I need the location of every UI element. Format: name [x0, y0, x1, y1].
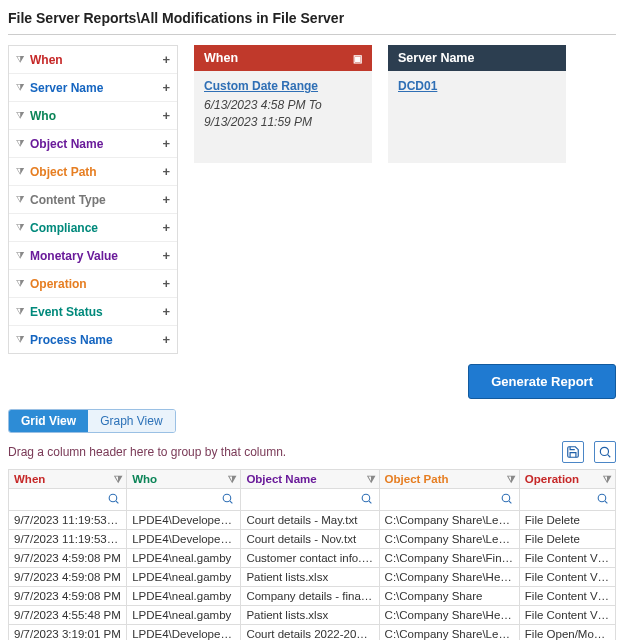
- cell-when: 9/7/2023 4:59:08 PM: [9, 549, 127, 568]
- cell-who: LPDE4\neal.gamby: [127, 549, 241, 568]
- cell-who: LPDE4\neal.gamby: [127, 568, 241, 587]
- filter-row-when[interactable]: ⧩When+: [9, 46, 177, 74]
- column-filter-icon[interactable]: ⧩: [367, 474, 375, 486]
- filter-row-compliance[interactable]: ⧩Compliance+: [9, 214, 177, 242]
- table-row[interactable]: 9/7/2023 3:19:01 PMLPDE4\Developer-ExtCo…: [9, 625, 616, 641]
- group-hint: Drag a column header here to group by th…: [8, 445, 286, 459]
- card-server: Server Name DCD01: [388, 45, 566, 354]
- filter-icon: ⧩: [16, 110, 24, 122]
- column-search-cell[interactable]: [379, 489, 519, 511]
- tab-graph-view[interactable]: Graph View: [88, 410, 174, 432]
- when-range-link[interactable]: Custom Date Range: [204, 79, 362, 93]
- filter-row-monetary-value[interactable]: ⧩Monetary Value+: [9, 242, 177, 270]
- filter-icon: ⧩: [16, 138, 24, 150]
- expand-icon[interactable]: ▣: [353, 53, 362, 64]
- svg-point-4: [224, 494, 232, 502]
- filter-icon: ⧩: [16, 222, 24, 234]
- table-row[interactable]: 9/7/2023 4:59:08 PMLPDE4\neal.gambyCusto…: [9, 549, 616, 568]
- tab-grid-view[interactable]: Grid View: [9, 410, 88, 432]
- card-server-header: Server Name: [388, 45, 566, 71]
- filter-icon: ⧩: [16, 334, 24, 346]
- card-server-title: Server Name: [398, 51, 474, 65]
- card-when-title: When: [204, 51, 238, 65]
- column-header-operation[interactable]: Operation⧩: [519, 470, 615, 489]
- column-filter-icon[interactable]: ⧩: [114, 474, 122, 486]
- card-when-header: When ▣: [194, 45, 372, 71]
- svg-point-2: [109, 494, 117, 502]
- filter-label: Compliance: [30, 221, 98, 235]
- filter-row-object-name[interactable]: ⧩Object Name+: [9, 130, 177, 158]
- search-icon[interactable]: [594, 441, 616, 463]
- svg-line-1: [608, 455, 611, 458]
- generate-report-button[interactable]: Generate Report: [468, 364, 616, 399]
- column-search-cell[interactable]: [127, 489, 241, 511]
- plus-icon: +: [162, 164, 170, 179]
- cell-op: File Open/Modify: [519, 625, 615, 641]
- column-header-who[interactable]: Who⧩: [127, 470, 241, 489]
- filter-icon: ⧩: [16, 278, 24, 290]
- filter-label: Operation: [30, 277, 87, 291]
- table-row[interactable]: 9/7/2023 4:59:08 PMLPDE4\neal.gambyCompa…: [9, 587, 616, 606]
- filter-label: Object Path: [30, 165, 97, 179]
- cell-op: File Content View: [519, 568, 615, 587]
- filter-icon: ⧩: [16, 82, 24, 94]
- svg-point-0: [600, 447, 608, 455]
- filter-row-operation[interactable]: ⧩Operation+: [9, 270, 177, 298]
- cell-op: File Delete: [519, 530, 615, 549]
- column-search-cell[interactable]: [9, 489, 127, 511]
- filter-row-content-type[interactable]: ⧩Content Type+: [9, 186, 177, 214]
- plus-icon: +: [162, 80, 170, 95]
- cell-obj: Company details - final versi: [241, 587, 379, 606]
- svg-point-8: [502, 494, 510, 502]
- cell-when: 9/7/2023 4:55:48 PM: [9, 606, 127, 625]
- cell-when: 9/7/2023 11:19:53 PM: [9, 511, 127, 530]
- filter-label: When: [30, 53, 63, 67]
- plus-icon: +: [162, 108, 170, 123]
- grid-search-row: [9, 489, 616, 511]
- svg-point-10: [598, 494, 606, 502]
- table-row[interactable]: 9/7/2023 4:59:08 PMLPDE4\neal.gambyPatie…: [9, 568, 616, 587]
- cell-path: C:\Company Share\Legal\C...: [379, 511, 519, 530]
- column-label: Operation: [525, 473, 579, 485]
- plus-icon: +: [162, 276, 170, 291]
- column-search-cell[interactable]: [519, 489, 615, 511]
- cell-path: C:\Company Share\Legal\C...: [379, 625, 519, 641]
- filter-panel: ⧩When+⧩Server Name+⧩Who+⧩Object Name+⧩Ob…: [8, 45, 178, 354]
- column-filter-icon[interactable]: ⧩: [507, 474, 515, 486]
- cell-path: C:\Company Share: [379, 587, 519, 606]
- column-header-object-name[interactable]: Object Name⧩: [241, 470, 379, 489]
- svg-line-5: [230, 501, 232, 503]
- cell-op: File Content View: [519, 549, 615, 568]
- filter-icon: ⧩: [16, 166, 24, 178]
- table-row[interactable]: 9/7/2023 4:55:48 PMLPDE4\neal.gambyPatie…: [9, 606, 616, 625]
- column-filter-icon[interactable]: ⧩: [228, 474, 236, 486]
- filter-row-object-path[interactable]: ⧩Object Path+: [9, 158, 177, 186]
- column-header-object-path[interactable]: Object Path⧩: [379, 470, 519, 489]
- table-row[interactable]: 9/7/2023 11:19:53 PMLPDE4\Developer-ExtC…: [9, 530, 616, 549]
- cell-who: LPDE4\neal.gamby: [127, 606, 241, 625]
- cell-path: C:\Company Share\Healthc...: [379, 568, 519, 587]
- filter-row-process-name[interactable]: ⧩Process Name+: [9, 326, 177, 353]
- filter-icon: ⧩: [16, 194, 24, 206]
- cell-obj: Court details - Nov.txt: [241, 530, 379, 549]
- server-name-link[interactable]: DCD01: [398, 79, 556, 93]
- view-tabs: Grid View Graph View: [8, 409, 176, 433]
- svg-point-6: [362, 494, 370, 502]
- filter-row-server-name[interactable]: ⧩Server Name+: [9, 74, 177, 102]
- cell-op: File Content View: [519, 606, 615, 625]
- column-header-when[interactable]: When⧩: [9, 470, 127, 489]
- cell-op: File Content View: [519, 587, 615, 606]
- filter-row-event-status[interactable]: ⧩Event Status+: [9, 298, 177, 326]
- column-filter-icon[interactable]: ⧩: [603, 474, 611, 486]
- svg-line-9: [509, 501, 511, 503]
- table-row[interactable]: 9/7/2023 11:19:53 PMLPDE4\Developer-ExtC…: [9, 511, 616, 530]
- column-label: When: [14, 473, 45, 485]
- plus-icon: +: [162, 248, 170, 263]
- column-search-cell[interactable]: [241, 489, 379, 511]
- filter-row-who[interactable]: ⧩Who+: [9, 102, 177, 130]
- filter-label: Content Type: [30, 193, 106, 207]
- when-range-line1: 6/13/2023 4:58 PM To: [204, 97, 362, 114]
- column-label: Object Name: [246, 473, 316, 485]
- save-icon[interactable]: [562, 441, 584, 463]
- svg-line-11: [605, 501, 607, 503]
